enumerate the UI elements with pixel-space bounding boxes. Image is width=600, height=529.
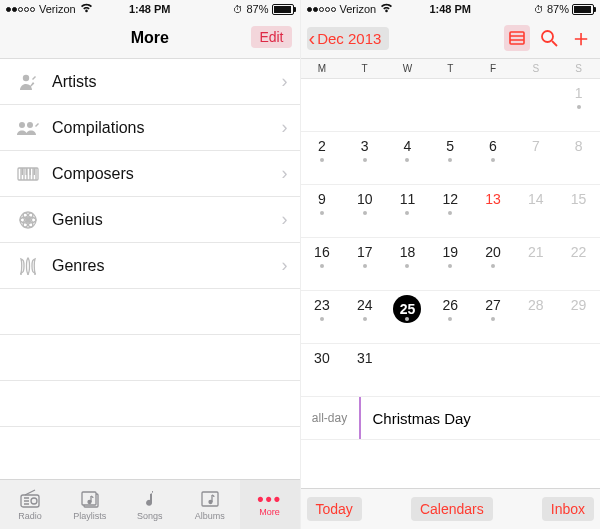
status-time: 1:48 PM	[301, 3, 601, 15]
day-cell[interactable]: 13	[472, 185, 515, 237]
chevron-right-icon: ›	[282, 255, 288, 276]
svg-point-2	[27, 122, 33, 128]
day-cell	[386, 79, 429, 131]
day-cell[interactable]: 28	[514, 291, 557, 343]
day-cell[interactable]: 29	[557, 291, 600, 343]
day-cell[interactable]: 11	[386, 185, 429, 237]
day-cell[interactable]: 8	[557, 132, 600, 184]
calendar-app-screen: Verizon 1:48 PM ⏱ 87% ‹ Dec 2013	[300, 0, 601, 529]
day-cell[interactable]: 7	[514, 132, 557, 184]
list-item-genres[interactable]: Genres ›	[0, 243, 300, 289]
genres-icon	[14, 257, 42, 275]
month-grid: 1234567891011121314151617181920212223242…	[301, 79, 601, 397]
day-cell[interactable]: 17	[343, 238, 386, 290]
day-cell[interactable]: 23	[301, 291, 344, 343]
day-cell	[301, 79, 344, 131]
day-cell[interactable]: 3	[343, 132, 386, 184]
tab-playlists[interactable]: Playlists	[60, 480, 120, 529]
genius-icon	[14, 210, 42, 230]
list-item-label: Composers	[42, 165, 282, 183]
svg-rect-5	[26, 168, 28, 175]
day-cell	[429, 79, 472, 131]
svg-point-19	[209, 500, 212, 503]
status-time: 1:48 PM	[0, 3, 300, 15]
day-cell	[472, 79, 515, 131]
list-item-artists[interactable]: Artists ›	[0, 59, 300, 105]
list-item-composers[interactable]: Composers ›	[0, 151, 300, 197]
back-button[interactable]: ‹ Dec 2013	[307, 27, 390, 50]
composers-icon	[14, 167, 42, 181]
today-button[interactable]: Today	[307, 497, 362, 521]
day-cell[interactable]: 21	[514, 238, 557, 290]
day-cell[interactable]: 24	[343, 291, 386, 343]
tab-more[interactable]: ••• More	[240, 480, 300, 529]
svg-point-1	[19, 122, 25, 128]
event-row[interactable]: all-day Christmas Day	[301, 397, 601, 440]
day-cell[interactable]: 19	[429, 238, 472, 290]
list-item-compilations[interactable]: Compilations ›	[0, 105, 300, 151]
day-cell[interactable]: 4	[386, 132, 429, 184]
svg-point-17	[88, 500, 91, 503]
day-cell	[514, 79, 557, 131]
inbox-button[interactable]: Inbox	[542, 497, 594, 521]
tab-bar: Radio Playlists Songs Albums ••• More	[0, 479, 300, 529]
day-cell[interactable]: 22	[557, 238, 600, 290]
add-button[interactable]: ＋	[568, 25, 594, 51]
tab-songs[interactable]: Songs	[120, 480, 180, 529]
chevron-left-icon: ‹	[309, 31, 316, 45]
svg-rect-13	[21, 495, 39, 507]
tab-label: More	[259, 507, 280, 517]
day-cell	[557, 344, 600, 396]
battery-icon	[272, 4, 294, 15]
music-app-screen: Verizon 1:48 PM ⏱ 87% More Edit Artists …	[0, 0, 300, 529]
day-cell[interactable]: 10	[343, 185, 386, 237]
list-item-label: Artists	[42, 73, 282, 91]
calendar-toolbar: Today Calendars Inbox	[301, 488, 601, 529]
day-cell	[514, 344, 557, 396]
list-item-label: Compilations	[42, 119, 282, 137]
day-cell	[472, 344, 515, 396]
day-cell[interactable]: 9	[301, 185, 344, 237]
svg-point-0	[23, 74, 29, 80]
day-cell[interactable]: 31	[343, 344, 386, 396]
page-title: More	[131, 29, 169, 47]
day-cell[interactable]: 12	[429, 185, 472, 237]
day-cell[interactable]: 26	[429, 291, 472, 343]
day-cell[interactable]: 1	[557, 79, 600, 131]
svg-point-21	[542, 31, 553, 42]
day-cell[interactable]: 27	[472, 291, 515, 343]
status-bar: Verizon 1:48 PM ⏱ 87%	[301, 0, 601, 18]
compilations-icon	[14, 120, 42, 136]
svg-rect-4	[22, 168, 24, 175]
day-cell[interactable]: 25	[386, 291, 429, 343]
search-button[interactable]	[536, 25, 562, 51]
day-cell[interactable]: 16	[301, 238, 344, 290]
navbar: More Edit	[0, 18, 300, 59]
edit-button[interactable]: Edit	[251, 26, 291, 48]
tab-radio[interactable]: Radio	[0, 480, 60, 529]
day-cell[interactable]: 30	[301, 344, 344, 396]
day-cell[interactable]: 18	[386, 238, 429, 290]
list-item-genius[interactable]: Genius ›	[0, 197, 300, 243]
tab-label: Playlists	[73, 511, 106, 521]
day-cell[interactable]: 15	[557, 185, 600, 237]
more-list: Artists › Compilations › Composers ›	[0, 59, 300, 427]
list-item-label: Genres	[42, 257, 282, 275]
day-cell[interactable]: 2	[301, 132, 344, 184]
back-label: Dec 2013	[317, 30, 381, 47]
day-cell[interactable]: 6	[472, 132, 515, 184]
event-time-label: all-day	[301, 397, 361, 439]
day-cell[interactable]: 14	[514, 185, 557, 237]
svg-point-14	[31, 498, 37, 504]
chevron-right-icon: ›	[282, 163, 288, 184]
artist-icon	[14, 72, 42, 92]
list-view-button[interactable]	[504, 25, 530, 51]
day-cell[interactable]: 5	[429, 132, 472, 184]
chevron-right-icon: ›	[282, 117, 288, 138]
day-of-week-header: M T W T F S S	[301, 59, 601, 79]
tab-label: Albums	[195, 511, 225, 521]
day-cell	[429, 344, 472, 396]
tab-albums[interactable]: Albums	[180, 480, 240, 529]
calendars-button[interactable]: Calendars	[411, 497, 493, 521]
day-cell[interactable]: 20	[472, 238, 515, 290]
